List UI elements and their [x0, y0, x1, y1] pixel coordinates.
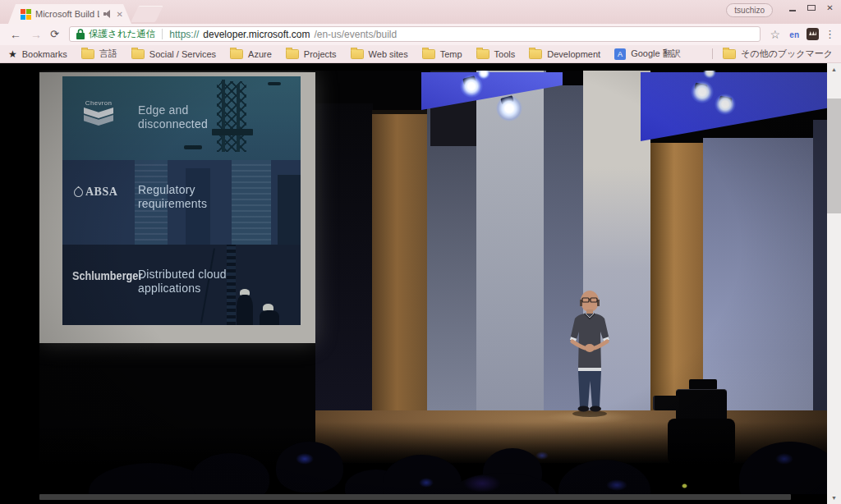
tab-audio-icon[interactable] [103, 10, 113, 18]
bookmark-label: Google 翻訳 [631, 48, 681, 60]
bookmark-label: 言語 [99, 48, 117, 60]
secure-padlock-icon [76, 29, 85, 39]
browser-tab[interactable]: Microsoft Build Live 2 ✕ [8, 4, 131, 24]
forward-button[interactable]: → [30, 27, 42, 42]
reload-button[interactable]: ⟳ [50, 27, 59, 42]
page-content: Chevron Edge and disconnected [0, 63, 841, 504]
folder-icon [131, 49, 145, 59]
window-titlebar: Microsoft Build Live 2 ✕ tsuchizo ✕ [0, 0, 841, 24]
language-extension-icon[interactable]: en [789, 30, 799, 39]
profile-badge[interactable]: tsuchizo [726, 3, 773, 17]
scroll-up-arrow[interactable]: ▲ [827, 66, 841, 72]
bookmark-folder-development[interactable]: Development [529, 48, 600, 59]
browser-window: Microsoft Build Live 2 ✕ tsuchizo ✕ ← → … [0, 0, 841, 504]
tab-close-button[interactable]: ✕ [117, 10, 123, 19]
folder-icon [230, 49, 243, 59]
bookmark-folder-azure[interactable]: Azure [230, 48, 272, 59]
folder-icon [351, 49, 364, 59]
other-bookmarks-button[interactable]: その他のブックマーク [723, 48, 833, 60]
address-bar[interactable]: 保護された通信 https://developer.microsoft.com/… [69, 26, 761, 42]
bookmark-label: Temp [440, 49, 462, 59]
bookmark-folder-temp[interactable]: Temp [422, 48, 462, 59]
vignette-overlay [39, 71, 827, 494]
url-host: developer.microsoft.com [203, 29, 310, 40]
bookmark-label: Social / Services [149, 49, 216, 59]
other-bookmarks-label: その他のブックマーク [741, 48, 833, 60]
bookmark-item-google-translate[interactable]: A Google 翻訳 [614, 48, 681, 60]
bookmark-label: Projects [304, 49, 337, 59]
folder-icon [422, 49, 435, 59]
folder-icon [81, 49, 94, 59]
bookmark-folder-web-sites[interactable]: Web sites [351, 48, 408, 59]
browser-menu-button[interactable]: ⋮ [825, 28, 835, 40]
security-label: 保護された通信 [89, 28, 155, 40]
microsoft-logo-icon [21, 9, 31, 20]
window-restore-button[interactable] [802, 0, 820, 16]
new-tab-button[interactable] [131, 6, 163, 22]
bookmark-item-bookmarks[interactable]: ★ Bookmarks [8, 49, 67, 59]
google-translate-icon: A [614, 48, 626, 60]
url-separator [162, 29, 163, 39]
extension-icon[interactable] [807, 28, 819, 40]
window-minimize-button[interactable] [783, 0, 802, 16]
bookmark-label: Bookmarks [22, 49, 67, 59]
bookmark-label: Azure [248, 49, 272, 59]
folder-icon [286, 49, 299, 59]
tab-title: Microsoft Build Live 2 [35, 9, 99, 19]
bookmark-folder-tools[interactable]: Tools [476, 48, 516, 59]
bookmark-label: Development [547, 49, 600, 59]
bookmarks-bar: ★ Bookmarks 言語 Social / Services Azure P… [0, 45, 841, 63]
bookmark-label: Web sites [369, 49, 408, 59]
horizontal-scrollbar[interactable] [39, 494, 791, 500]
scroll-down-arrow[interactable]: ▼ [827, 495, 841, 501]
video-player[interactable]: Chevron Edge and disconnected [39, 71, 827, 494]
bookmark-star-icon[interactable]: ☆ [770, 28, 780, 41]
vertical-scrollbar[interactable]: ▲ ▼ [827, 63, 841, 504]
folder-icon [476, 49, 489, 59]
back-button[interactable]: ← [10, 27, 21, 42]
url-scheme: https:// [169, 29, 199, 40]
bookmarks-separator [712, 48, 713, 59]
bookmark-folder-projects[interactable]: Projects [286, 48, 337, 59]
bookmark-folder-languages[interactable]: 言語 [81, 48, 117, 60]
bookmark-label: Tools [494, 49, 516, 59]
titlebar-controls: tsuchizo ✕ [726, 0, 839, 17]
bookmark-folder-social-services[interactable]: Social / Services [131, 48, 216, 59]
folder-icon [529, 49, 542, 59]
url-path: /en-us/events/build [314, 29, 397, 40]
scrollbar-thumb[interactable] [827, 99, 841, 213]
folder-icon [723, 49, 736, 59]
window-close-button[interactable]: ✕ [820, 0, 839, 16]
bookmarks-bar-right: その他のブックマーク [712, 48, 833, 60]
star-icon: ★ [8, 50, 17, 58]
browser-toolbar: ← → ⟳ 保護された通信 https://developer.microsof… [0, 24, 841, 45]
